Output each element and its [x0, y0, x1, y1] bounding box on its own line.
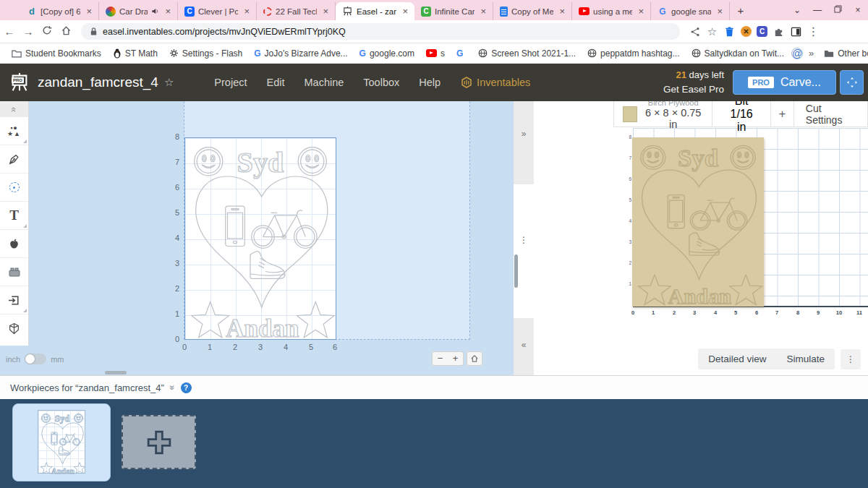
zoom-home-button[interactable] — [467, 351, 482, 366]
horizontal-scrollbar-thumb[interactable] — [105, 371, 127, 374]
collapse-panel-icon[interactable]: « — [514, 340, 534, 350]
detailed-view-button[interactable]: Detailed view — [698, 348, 776, 369]
expand-panel-icon[interactable]: » — [514, 129, 534, 139]
clever-favicon: C — [184, 7, 195, 17]
collapse-toolbar-button[interactable]: « — [0, 101, 28, 117]
carve-button[interactable]: PRO Carve... — [733, 70, 836, 95]
other-bookmarks[interactable]: Other bookmarks — [820, 46, 868, 61]
bookmark-at-icon[interactable]: @ — [791, 48, 803, 59]
vertical-scrollbar-thumb[interactable] — [514, 254, 518, 288]
material-card[interactable]: Birch Plywood 6 × 8 × 0.75 in — [614, 101, 712, 127]
preview-menu-icon[interactable]: ⋮ — [841, 349, 861, 369]
machine-jog-button[interactable] — [840, 70, 864, 95]
google-g-icon: G — [359, 48, 366, 59]
address-bar[interactable]: easel.inventables.com/projects/mvJnQViED… — [81, 23, 680, 40]
three-d-tool[interactable] — [0, 314, 28, 343]
collapse-workpieces-icon[interactable]: » — [167, 385, 177, 390]
tab-close-icon[interactable]: × — [242, 6, 252, 17]
tab-infinite-campus[interactable]: C Infinite Cam × — [414, 2, 493, 20]
tab-close-icon[interactable]: × — [715, 6, 725, 17]
drill-points-tool[interactable] — [0, 174, 28, 202]
bookmark-saltydkdan[interactable]: Saltydkdan on Twit... — [687, 46, 789, 61]
tab-close-icon[interactable]: × — [163, 6, 173, 17]
help-icon[interactable]: ? — [181, 382, 192, 393]
extension-blocker-icon[interactable]: ✕ — [741, 26, 752, 37]
share-icon[interactable] — [689, 25, 701, 38]
zoom-out-button[interactable]: − — [433, 352, 448, 365]
design-library-tool[interactable] — [0, 230, 28, 258]
menu-machine[interactable]: Machine — [304, 77, 344, 88]
profile-icon[interactable] — [790, 25, 802, 38]
back-button[interactable]: ← — [0, 25, 19, 38]
bookmark-star-icon[interactable]: ☆ — [706, 25, 718, 38]
bookmark-google[interactable]: G google.com — [355, 46, 419, 61]
bookmark-youtube-s[interactable]: s — [422, 46, 449, 61]
tab-close-icon[interactable]: × — [320, 6, 331, 17]
tab-desmos[interactable]: d [Copy of] 6 × — [20, 2, 99, 20]
simulate-button[interactable]: Simulate — [776, 348, 835, 369]
preview-x-label: 0 — [628, 309, 638, 316]
easel-logo-icon[interactable]: PRO — [9, 72, 30, 93]
extensions-puzzle-icon[interactable] — [773, 25, 785, 38]
tab-close-icon[interactable]: × — [557, 6, 567, 17]
home-button[interactable] — [56, 25, 75, 38]
tab-clever[interactable]: C Clever | Por × — [178, 2, 257, 20]
bookmark-settings-flash[interactable]: Settings - Flash — [165, 46, 247, 61]
menu-help[interactable]: Help — [419, 77, 441, 88]
shapes-tool[interactable]: ▪●★▲ — [0, 117, 28, 145]
cut-settings-button[interactable]: Cut Settings — [793, 101, 867, 127]
extension-trash-icon[interactable] — [723, 25, 736, 38]
tab-close-icon[interactable]: × — [84, 6, 94, 17]
tab-google-search[interactable]: G google sna × — [651, 2, 730, 20]
screen: d [Copy of] 6 × Car Dra × C Clever | Por… — [0, 0, 868, 488]
tab-audio-icon[interactable] — [151, 7, 159, 15]
text-tool[interactable]: T — [0, 202, 28, 230]
add-workpiece-button[interactable] — [122, 415, 196, 469]
browser-tab-strip: d [Copy of] 6 × Car Dra × C Clever | Por… — [0, 0, 868, 20]
zoom-in-button[interactable]: + — [448, 352, 463, 365]
bookmark-jojos[interactable]: G JoJo's Bizarre Adve... — [250, 46, 352, 61]
window-close-button[interactable]: × — [848, 5, 868, 15]
material-dimensions: 6 × 8 × 0.75 in — [643, 107, 703, 130]
design-artwork[interactable] — [184, 137, 336, 340]
browser-menu-icon[interactable]: ⋮ — [807, 25, 820, 38]
apps-tool[interactable] — [0, 258, 28, 286]
tab-close-icon[interactable]: × — [636, 6, 646, 17]
menu-project[interactable]: Project — [214, 77, 247, 88]
inventables-link[interactable]: Inventables — [461, 77, 530, 88]
bit-card[interactable]: Bit 1/16 in — [712, 101, 771, 127]
bookmark-st-math[interactable]: ST Math — [109, 46, 162, 61]
new-tab-button[interactable]: + — [731, 4, 750, 17]
tab-easel-active[interactable]: Easel - zan × — [336, 2, 414, 20]
window-restore-button[interactable] — [827, 5, 848, 15]
tab-docs[interactable]: Copy of Me × — [493, 2, 572, 20]
extension-c-icon[interactable]: C — [757, 26, 767, 37]
tab-car-drawing[interactable]: Car Dra × — [99, 2, 178, 20]
workpiece-thumbnail-active[interactable] — [12, 403, 111, 481]
window-minimize-button[interactable]: — — [807, 5, 827, 15]
bookmark-g-only[interactable]: G — [452, 46, 471, 61]
import-tool[interactable] — [0, 286, 28, 314]
bookmark-screenshot[interactable]: Screen Shot 2021-1... — [474, 46, 580, 61]
tab-close-icon[interactable]: × — [478, 6, 488, 17]
bookmarks-overflow-icon[interactable]: » — [809, 48, 814, 59]
tab-youtube[interactable]: using a me × — [572, 2, 651, 20]
design-canvas[interactable]: 8 7 6 5 4 3 2 1 0 0 1 2 3 4 5 6 inch mm … — [0, 101, 514, 375]
tab-search-chevron-icon[interactable]: ⌄ — [787, 5, 807, 15]
tab-close-icon[interactable]: × — [400, 6, 410, 17]
menu-toolbox[interactable]: Toolbox — [363, 77, 399, 88]
tab-fall-tech[interactable]: 22 Fall Tech × — [257, 2, 336, 20]
forward-button[interactable]: → — [19, 25, 38, 38]
bookmark-peppatdm[interactable]: peppatdm hashtag... — [583, 46, 684, 61]
preview-panel: 0 1 2 3 4 5 6 7 8 9 10 11 8 7 6 5 4 3 2 … — [534, 101, 868, 375]
reload-button[interactable] — [38, 25, 56, 38]
project-title[interactable]: zandan_famcrest_4 — [38, 74, 158, 90]
divider-handle-icon[interactable]: ⋮ — [514, 235, 534, 245]
add-bit-button[interactable]: + — [771, 101, 793, 127]
bookmark-student-bookmarks[interactable]: Student Bookmarks — [7, 46, 106, 61]
favorite-star-icon[interactable]: ☆ — [164, 76, 174, 89]
unit-toggle-switch[interactable] — [25, 354, 46, 364]
pen-tool[interactable] — [0, 145, 28, 174]
menu-edit[interactable]: Edit — [266, 77, 284, 88]
get-easel-pro-link[interactable]: Get Easel Pro — [663, 82, 724, 97]
